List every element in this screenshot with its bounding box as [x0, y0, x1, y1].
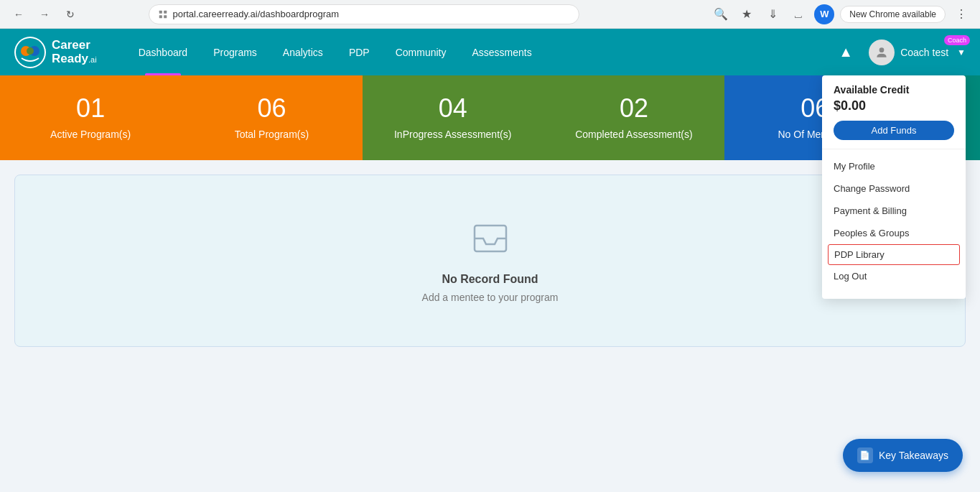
svg-point-8 — [879, 47, 885, 52]
address-bar[interactable]: portal.careerready.ai/dashboardprogram — [149, 4, 579, 24]
chrome-available-button[interactable]: New Chrome available — [840, 6, 946, 23]
logo-text-area: Career Ready.ai — [52, 39, 97, 65]
menu-button[interactable]: ⋮ — [951, 4, 971, 24]
key-takeaways-button[interactable]: 📄 Key Takeaways — [843, 439, 963, 472]
stat-card-total-programs: 06 Total Program(s) — [181, 75, 362, 160]
dropdown-item-change-password[interactable]: Change Password — [822, 177, 966, 200]
dropdown-item-peoples-groups[interactable]: Peoples & Groups — [822, 222, 966, 244]
stat-card-completed-assessments: 02 Completed Assessment(s) — [543, 75, 724, 160]
credit-amount: $0.00 — [834, 98, 954, 113]
inbox-icon — [469, 218, 512, 261]
svg-rect-1 — [164, 10, 167, 13]
reload-button[interactable]: ↻ — [60, 4, 80, 24]
notifications-button[interactable]: ▲ — [834, 41, 857, 64]
svg-point-7 — [27, 47, 34, 55]
no-record-title: No Record Found — [442, 273, 538, 286]
svg-rect-3 — [164, 15, 167, 18]
nav-link-dashboard[interactable]: Dashboard — [126, 29, 201, 75]
nav-link-pdp[interactable]: PDP — [336, 29, 383, 75]
bookmark-button[interactable]: ★ — [737, 4, 757, 24]
user-dropdown-menu: Available Credit $0.00 Add Funds My Prof… — [822, 75, 966, 299]
stat-number-active-programs: 01 — [76, 96, 105, 121]
nav-right: ▲ Coach test ▼ Coach — [834, 40, 966, 65]
coach-badge: Coach — [944, 35, 970, 45]
stat-card-inprogress-assessments: 04 InProgress Assessment(s) — [363, 75, 543, 160]
dropdown-menu-items: My Profile Change Password Payment & Bil… — [822, 149, 966, 293]
user-avatar-icon — [869, 40, 895, 65]
stat-label-total-programs: Total Program(s) — [235, 129, 309, 140]
user-initial-avatar: W — [814, 4, 834, 24]
logo-area: Career Ready.ai — [14, 37, 97, 68]
nav-bar: Career Ready.ai Dashboard Programs Analy… — [0, 29, 980, 75]
dropdown-item-log-out[interactable]: Log Out — [822, 265, 966, 287]
nav-links: Dashboard Programs Analytics PDP Communi… — [126, 29, 835, 75]
stat-number-total-programs: 06 — [257, 96, 286, 121]
chevron-down-icon: ▼ — [957, 47, 966, 57]
user-button-wrapper: Coach test ▼ Coach — [869, 40, 966, 65]
stat-card-active-programs: 01 Active Program(s) — [0, 75, 181, 160]
search-button[interactable]: 🔍 — [711, 4, 731, 24]
stat-number-inprogress: 04 — [439, 96, 467, 121]
svg-rect-0 — [159, 10, 162, 13]
nav-link-assessments[interactable]: Assessments — [459, 29, 544, 75]
nav-link-analytics[interactable]: Analytics — [270, 29, 336, 75]
dropdown-item-payment-billing[interactable]: Payment & Billing — [822, 200, 966, 222]
key-takeaways-label: Key Takeaways — [879, 450, 948, 461]
browser-chrome: ← → ↻ portal.careerready.ai/dashboardpro… — [0, 0, 980, 29]
nav-link-programs[interactable]: Programs — [200, 29, 270, 75]
no-record-subtitle: Add a mentee to your program — [422, 292, 559, 303]
stat-label-completed: Completed Assessment(s) — [575, 129, 692, 140]
dropdown-item-my-profile[interactable]: My Profile — [822, 155, 966, 177]
extensions-button[interactable]: ⎵ — [788, 4, 808, 24]
key-takeaways-icon: 📄 — [857, 447, 873, 463]
back-button[interactable]: ← — [9, 4, 29, 24]
add-funds-button[interactable]: Add Funds — [834, 121, 954, 140]
stat-number-completed: 02 — [620, 96, 648, 121]
dropdown-header: Available Credit $0.00 Add Funds — [822, 84, 966, 149]
user-name-label: Coach test — [900, 47, 948, 58]
download-button[interactable]: ⇓ — [762, 4, 783, 24]
url-text: portal.careerready.ai/dashboardprogram — [172, 9, 339, 19]
dropdown-item-pdp-library[interactable]: PDP Library — [828, 244, 960, 265]
app-wrapper: Career Ready.ai Dashboard Programs Analy… — [0, 29, 980, 361]
stat-label-active-programs: Active Program(s) — [50, 129, 131, 140]
forward-button[interactable]: → — [34, 4, 55, 24]
logo-circle — [14, 37, 46, 68]
stat-label-inprogress: InProgress Assessment(s) — [394, 129, 511, 140]
nav-link-community[interactable]: Community — [383, 29, 459, 75]
browser-actions: 🔍 ★ ⇓ ⎵ W New Chrome available ⋮ — [711, 4, 971, 24]
available-credit-label: Available Credit — [834, 84, 954, 96]
svg-rect-2 — [159, 15, 162, 18]
